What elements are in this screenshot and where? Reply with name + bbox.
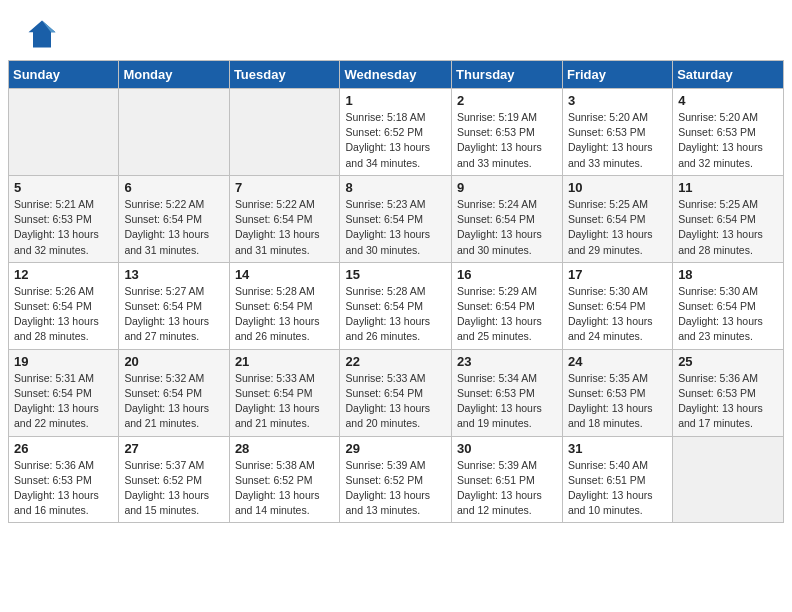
day-info: Sunrise: 5:30 AMSunset: 6:54 PMDaylight:… xyxy=(568,284,667,345)
day-info: Sunrise: 5:28 AMSunset: 6:54 PMDaylight:… xyxy=(235,284,335,345)
day-number: 7 xyxy=(235,180,335,195)
calendar-cell xyxy=(229,89,340,176)
calendar-cell: 5Sunrise: 5:21 AMSunset: 6:53 PMDaylight… xyxy=(9,175,119,262)
day-info: Sunrise: 5:39 AMSunset: 6:51 PMDaylight:… xyxy=(457,458,557,519)
day-number: 16 xyxy=(457,267,557,282)
day-info: Sunrise: 5:19 AMSunset: 6:53 PMDaylight:… xyxy=(457,110,557,171)
calendar-cell xyxy=(119,89,229,176)
calendar-cell: 30Sunrise: 5:39 AMSunset: 6:51 PMDayligh… xyxy=(452,436,563,523)
day-number: 29 xyxy=(345,441,446,456)
day-number: 31 xyxy=(568,441,667,456)
day-info: Sunrise: 5:33 AMSunset: 6:54 PMDaylight:… xyxy=(235,371,335,432)
day-info: Sunrise: 5:22 AMSunset: 6:54 PMDaylight:… xyxy=(124,197,223,258)
day-info: Sunrise: 5:28 AMSunset: 6:54 PMDaylight:… xyxy=(345,284,446,345)
calendar-week-5: 26Sunrise: 5:36 AMSunset: 6:53 PMDayligh… xyxy=(9,436,784,523)
calendar-cell: 23Sunrise: 5:34 AMSunset: 6:53 PMDayligh… xyxy=(452,349,563,436)
col-header-sunday: Sunday xyxy=(9,61,119,89)
calendar-cell: 3Sunrise: 5:20 AMSunset: 6:53 PMDaylight… xyxy=(562,89,672,176)
calendar-cell: 25Sunrise: 5:36 AMSunset: 6:53 PMDayligh… xyxy=(673,349,784,436)
day-number: 12 xyxy=(14,267,113,282)
day-info: Sunrise: 5:33 AMSunset: 6:54 PMDaylight:… xyxy=(345,371,446,432)
calendar-container: SundayMondayTuesdayWednesdayThursdayFrid… xyxy=(0,60,792,531)
day-number: 26 xyxy=(14,441,113,456)
calendar-cell: 22Sunrise: 5:33 AMSunset: 6:54 PMDayligh… xyxy=(340,349,452,436)
day-number: 20 xyxy=(124,354,223,369)
calendar-week-3: 12Sunrise: 5:26 AMSunset: 6:54 PMDayligh… xyxy=(9,262,784,349)
day-number: 13 xyxy=(124,267,223,282)
day-info: Sunrise: 5:31 AMSunset: 6:54 PMDaylight:… xyxy=(14,371,113,432)
day-info: Sunrise: 5:38 AMSunset: 6:52 PMDaylight:… xyxy=(235,458,335,519)
calendar-cell: 10Sunrise: 5:25 AMSunset: 6:54 PMDayligh… xyxy=(562,175,672,262)
day-info: Sunrise: 5:20 AMSunset: 6:53 PMDaylight:… xyxy=(568,110,667,171)
day-info: Sunrise: 5:34 AMSunset: 6:53 PMDaylight:… xyxy=(457,371,557,432)
calendar-cell xyxy=(673,436,784,523)
calendar-cell: 21Sunrise: 5:33 AMSunset: 6:54 PMDayligh… xyxy=(229,349,340,436)
calendar-cell: 12Sunrise: 5:26 AMSunset: 6:54 PMDayligh… xyxy=(9,262,119,349)
day-number: 9 xyxy=(457,180,557,195)
day-number: 30 xyxy=(457,441,557,456)
calendar-cell: 29Sunrise: 5:39 AMSunset: 6:52 PMDayligh… xyxy=(340,436,452,523)
col-header-friday: Friday xyxy=(562,61,672,89)
day-info: Sunrise: 5:35 AMSunset: 6:53 PMDaylight:… xyxy=(568,371,667,432)
day-info: Sunrise: 5:20 AMSunset: 6:53 PMDaylight:… xyxy=(678,110,778,171)
day-number: 19 xyxy=(14,354,113,369)
day-number: 14 xyxy=(235,267,335,282)
col-header-thursday: Thursday xyxy=(452,61,563,89)
calendar-cell: 1Sunrise: 5:18 AMSunset: 6:52 PMDaylight… xyxy=(340,89,452,176)
day-info: Sunrise: 5:23 AMSunset: 6:54 PMDaylight:… xyxy=(345,197,446,258)
day-info: Sunrise: 5:29 AMSunset: 6:54 PMDaylight:… xyxy=(457,284,557,345)
calendar-cell xyxy=(9,89,119,176)
day-info: Sunrise: 5:37 AMSunset: 6:52 PMDaylight:… xyxy=(124,458,223,519)
calendar-cell: 13Sunrise: 5:27 AMSunset: 6:54 PMDayligh… xyxy=(119,262,229,349)
calendar-cell: 2Sunrise: 5:19 AMSunset: 6:53 PMDaylight… xyxy=(452,89,563,176)
calendar-cell: 4Sunrise: 5:20 AMSunset: 6:53 PMDaylight… xyxy=(673,89,784,176)
day-info: Sunrise: 5:36 AMSunset: 6:53 PMDaylight:… xyxy=(678,371,778,432)
calendar-cell: 6Sunrise: 5:22 AMSunset: 6:54 PMDaylight… xyxy=(119,175,229,262)
day-number: 2 xyxy=(457,93,557,108)
day-number: 25 xyxy=(678,354,778,369)
day-number: 11 xyxy=(678,180,778,195)
day-info: Sunrise: 5:25 AMSunset: 6:54 PMDaylight:… xyxy=(678,197,778,258)
calendar-cell: 24Sunrise: 5:35 AMSunset: 6:53 PMDayligh… xyxy=(562,349,672,436)
calendar-header-row: SundayMondayTuesdayWednesdayThursdayFrid… xyxy=(9,61,784,89)
page-header xyxy=(0,0,792,60)
day-info: Sunrise: 5:30 AMSunset: 6:54 PMDaylight:… xyxy=(678,284,778,345)
day-number: 23 xyxy=(457,354,557,369)
day-number: 27 xyxy=(124,441,223,456)
day-number: 22 xyxy=(345,354,446,369)
day-number: 5 xyxy=(14,180,113,195)
calendar-cell: 27Sunrise: 5:37 AMSunset: 6:52 PMDayligh… xyxy=(119,436,229,523)
day-number: 18 xyxy=(678,267,778,282)
svg-marker-0 xyxy=(29,21,56,48)
col-header-tuesday: Tuesday xyxy=(229,61,340,89)
day-info: Sunrise: 5:18 AMSunset: 6:52 PMDaylight:… xyxy=(345,110,446,171)
day-number: 8 xyxy=(345,180,446,195)
calendar-cell: 14Sunrise: 5:28 AMSunset: 6:54 PMDayligh… xyxy=(229,262,340,349)
calendar-week-4: 19Sunrise: 5:31 AMSunset: 6:54 PMDayligh… xyxy=(9,349,784,436)
calendar-cell: 8Sunrise: 5:23 AMSunset: 6:54 PMDaylight… xyxy=(340,175,452,262)
day-info: Sunrise: 5:27 AMSunset: 6:54 PMDaylight:… xyxy=(124,284,223,345)
calendar-cell: 26Sunrise: 5:36 AMSunset: 6:53 PMDayligh… xyxy=(9,436,119,523)
logo xyxy=(24,16,64,52)
calendar-cell: 18Sunrise: 5:30 AMSunset: 6:54 PMDayligh… xyxy=(673,262,784,349)
col-header-monday: Monday xyxy=(119,61,229,89)
day-info: Sunrise: 5:25 AMSunset: 6:54 PMDaylight:… xyxy=(568,197,667,258)
calendar-cell: 28Sunrise: 5:38 AMSunset: 6:52 PMDayligh… xyxy=(229,436,340,523)
calendar-cell: 20Sunrise: 5:32 AMSunset: 6:54 PMDayligh… xyxy=(119,349,229,436)
calendar-week-2: 5Sunrise: 5:21 AMSunset: 6:53 PMDaylight… xyxy=(9,175,784,262)
day-number: 1 xyxy=(345,93,446,108)
day-number: 24 xyxy=(568,354,667,369)
day-number: 28 xyxy=(235,441,335,456)
day-info: Sunrise: 5:39 AMSunset: 6:52 PMDaylight:… xyxy=(345,458,446,519)
day-number: 4 xyxy=(678,93,778,108)
col-header-wednesday: Wednesday xyxy=(340,61,452,89)
calendar-cell: 17Sunrise: 5:30 AMSunset: 6:54 PMDayligh… xyxy=(562,262,672,349)
logo-icon xyxy=(24,16,60,52)
day-number: 15 xyxy=(345,267,446,282)
col-header-saturday: Saturday xyxy=(673,61,784,89)
day-number: 3 xyxy=(568,93,667,108)
day-info: Sunrise: 5:36 AMSunset: 6:53 PMDaylight:… xyxy=(14,458,113,519)
calendar-table: SundayMondayTuesdayWednesdayThursdayFrid… xyxy=(8,60,784,523)
calendar-week-1: 1Sunrise: 5:18 AMSunset: 6:52 PMDaylight… xyxy=(9,89,784,176)
day-info: Sunrise: 5:22 AMSunset: 6:54 PMDaylight:… xyxy=(235,197,335,258)
